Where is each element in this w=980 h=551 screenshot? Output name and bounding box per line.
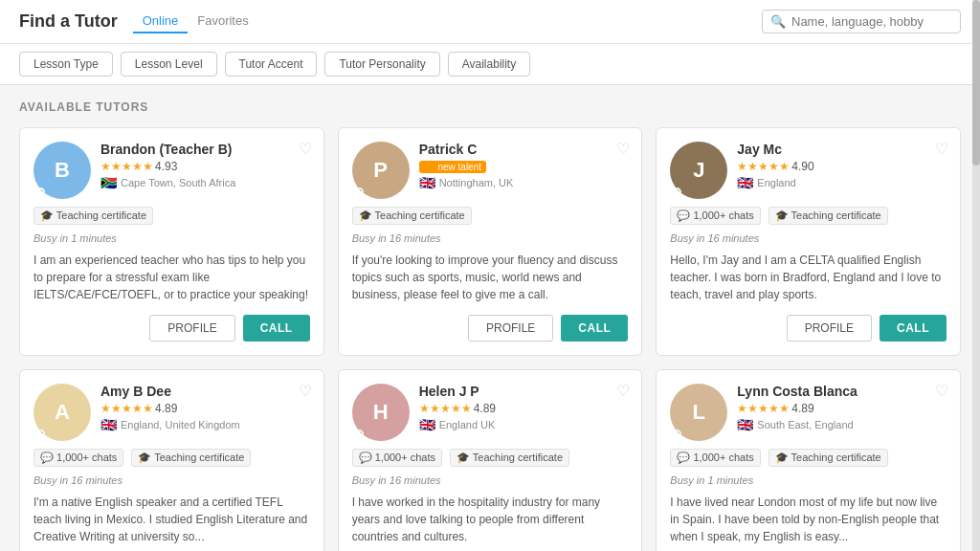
chats-badge: 💬 1,000+ chats	[352, 449, 442, 467]
flag-icon: 🇬🇧	[419, 417, 435, 432]
avatar: L	[670, 384, 727, 441]
avatar: P	[352, 142, 410, 199]
tutor-name: Jay Mc	[737, 142, 947, 157]
tutor-description: I have lived near London most of my life…	[670, 494, 947, 545]
favorite-button[interactable]: ♡	[616, 382, 630, 400]
tab-favorites[interactable]: Favorites	[188, 10, 257, 33]
tutor-location: 🇿🇦 Cape Town, South Africa	[100, 175, 310, 190]
tutor-name: Helen J P	[419, 384, 629, 399]
tutor-description: If you're looking to improve your fluenc…	[352, 252, 629, 303]
tutor-info: Brandon (Teacher B) ★★★★★4.93 🇿🇦 Cape To…	[100, 142, 310, 190]
cert-badge: 🎓 Teaching certificate	[768, 207, 888, 225]
profile-button[interactable]: PROFILE	[149, 315, 234, 342]
filter-lesson-type[interactable]: Lesson Type	[19, 52, 113, 77]
busy-status: Busy in 1 minutes	[670, 474, 947, 486]
cert-badge: 🎓 Teaching certificate	[33, 207, 153, 225]
rating-score: 4.89	[155, 402, 177, 415]
filter-tutor-personality[interactable]: Tutor Personality	[324, 52, 439, 77]
online-indicator	[672, 430, 681, 439]
search-input[interactable]	[791, 14, 952, 29]
badges-row: 🎓 Teaching certificate	[33, 207, 310, 225]
filter-tutor-accent[interactable]: Tutor Accent	[225, 52, 318, 77]
stars: ★★★★★	[737, 402, 790, 415]
nav-tabs: Online Favorites	[133, 10, 258, 33]
chats-badge: 💬 1,000+ chats	[670, 207, 760, 225]
card-header: A Amy B Dee ★★★★★4.89 🇬🇧 England, United…	[33, 384, 310, 441]
profile-button[interactable]: PROFILE	[468, 315, 553, 342]
cert-badge: 🎓 Teaching certificate	[450, 449, 569, 467]
favorite-button[interactable]: ♡	[299, 382, 312, 400]
tutor-info: Jay Mc ★★★★★4.90 🇬🇧 England	[737, 142, 947, 190]
call-button[interactable]: CALL	[243, 315, 310, 342]
busy-status: Busy in 16 minutes	[33, 474, 310, 486]
tutor-location: 🇬🇧 England, United Kingdom	[100, 417, 310, 432]
favorite-button[interactable]: ♡	[616, 140, 630, 158]
card-header: B Brandon (Teacher B) ★★★★★4.93 🇿🇦 Cape …	[33, 142, 310, 199]
tutor-name: Brandon (Teacher B)	[100, 142, 310, 157]
chats-badge: 💬 1,000+ chats	[670, 449, 760, 467]
tutor-name: Patrick C	[419, 142, 629, 157]
rating-row: ★★★★★4.89	[737, 401, 947, 415]
rating-score: 4.93	[155, 160, 177, 173]
tab-online[interactable]: Online	[133, 10, 189, 33]
tutor-card: ♡ B Brandon (Teacher B) ★★★★★4.93 🇿🇦 Cap…	[19, 127, 324, 356]
tutor-name: Amy B Dee	[100, 384, 310, 399]
badges-row: 💬 1,000+ chats 🎓 Teaching certificate	[670, 207, 947, 225]
filter-availability[interactable]: Availability	[448, 52, 530, 77]
flag-icon: 🇬🇧	[100, 417, 117, 432]
badges-row: 🎓 Teaching certificate	[352, 207, 629, 225]
main-content: AVAILABLE TUTORS ♡ B Brandon (Teacher B)…	[0, 85, 980, 551]
tutor-location: 🇬🇧 South East, England	[737, 417, 947, 432]
tutor-description: I am an experienced teacher who has tips…	[33, 252, 310, 303]
call-button[interactable]: CALL	[880, 315, 947, 342]
favorite-button[interactable]: ♡	[935, 140, 948, 158]
cert-badge: 🎓 Teaching certificate	[131, 449, 251, 467]
tutor-info: Amy B Dee ★★★★★4.89 🇬🇧 England, United K…	[100, 384, 310, 432]
card-header: J Jay Mc ★★★★★4.90 🇬🇧 England	[670, 142, 947, 199]
scrollbar-thumb	[972, 0, 980, 165]
call-button[interactable]: CALL	[561, 315, 628, 342]
page-title: Find a Tutor	[19, 11, 118, 32]
online-indicator	[35, 430, 45, 439]
tutor-card: ♡ L Lynn Costa Blanca ★★★★★4.89 🇬🇧 South…	[656, 369, 961, 551]
tutor-name: Lynn Costa Blanca	[737, 384, 947, 399]
filter-lesson-level[interactable]: Lesson Level	[121, 52, 217, 77]
header: Find a Tutor Online Favorites 🔍	[0, 0, 980, 44]
badges-row: 💬 1,000+ chats 🎓 Teaching certificate	[33, 449, 310, 467]
avatar: H	[352, 384, 410, 441]
stars: ★★★★★	[419, 402, 472, 415]
stars: ★★★★★	[737, 160, 790, 173]
busy-status: Busy in 16 minutes	[352, 232, 629, 244]
rating-row: ★★★★★4.90	[737, 159, 947, 173]
flag-icon: 🇬🇧	[419, 175, 435, 190]
favorite-button[interactable]: ♡	[935, 382, 948, 400]
rating-row: ★★★★★4.89	[419, 401, 629, 415]
profile-button[interactable]: PROFILE	[787, 315, 872, 342]
tutor-description: I have worked in the hospitality industr…	[352, 494, 629, 545]
card-header: P Patrick C 🔸 new talent 🇬🇧 Nottingham, …	[352, 142, 629, 199]
tutors-grid: ♡ B Brandon (Teacher B) ★★★★★4.93 🇿🇦 Cap…	[19, 127, 961, 551]
tutor-description: I'm a native English speaker and a certi…	[33, 494, 310, 545]
rating-score: 4.89	[791, 402, 813, 415]
flag-icon: 🇬🇧	[737, 175, 753, 190]
tutor-location: 🇬🇧 Nottingham, UK	[419, 175, 629, 190]
rating-row: ★★★★★4.89	[100, 401, 310, 415]
scrollbar[interactable]	[972, 0, 980, 551]
rating-row: ★★★★★4.93	[100, 159, 310, 173]
filter-bar: Lesson Type Lesson Level Tutor Accent Tu…	[0, 44, 980, 85]
avatar: A	[33, 384, 91, 441]
card-actions: PROFILE CALL	[670, 315, 947, 342]
busy-status: Busy in 16 minutes	[352, 474, 629, 486]
rating-score: 4.89	[474, 402, 496, 415]
busy-status: Busy in 16 minutes	[670, 232, 947, 244]
search-box[interactable]: 🔍	[762, 10, 961, 33]
tutor-location: 🇬🇧 England UK	[419, 417, 629, 432]
chats-badge: 💬 1,000+ chats	[33, 449, 123, 467]
badges-row: 💬 1,000+ chats 🎓 Teaching certificate	[670, 449, 947, 467]
tutor-info: Patrick C 🔸 new talent 🇬🇧 Nottingham, UK	[419, 142, 629, 190]
rating-row: 🔸 new talent	[419, 159, 629, 173]
favorite-button[interactable]: ♡	[299, 140, 312, 158]
cert-badge: 🎓 Teaching certificate	[352, 207, 472, 225]
new-talent-badge: 🔸 new talent	[419, 161, 486, 173]
flag-icon: 🇬🇧	[737, 417, 753, 432]
